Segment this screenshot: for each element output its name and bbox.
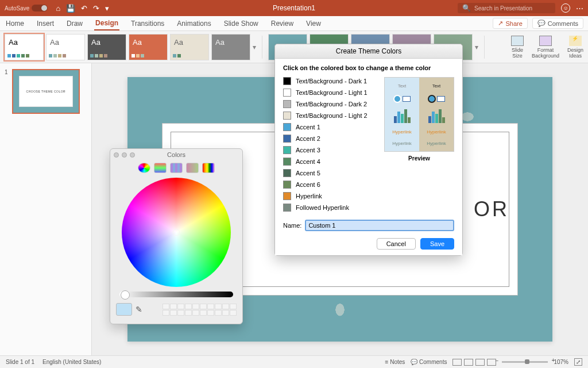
color-swatch[interactable] xyxy=(283,89,291,97)
brightness-slider[interactable] xyxy=(119,292,233,297)
color-label: Text/Background - Light 2 xyxy=(296,112,368,119)
search-input[interactable] xyxy=(474,5,551,12)
theme-color-row[interactable]: Followed Hyperlink xyxy=(283,204,377,212)
theme-color-list: Text/Background - Dark 1Text/Background … xyxy=(283,77,377,215)
sorter-view-icon[interactable] xyxy=(464,359,473,366)
fit-to-window-icon[interactable]: ⤢ xyxy=(574,358,582,366)
color-wheel-tab[interactable] xyxy=(138,163,150,173)
titlebar-more-icon[interactable]: ⋯ xyxy=(576,4,583,13)
color-swatch[interactable] xyxy=(283,204,291,212)
theme-color-row[interactable]: Accent 4 xyxy=(283,158,377,166)
slide-size-button[interactable]: Slide Size xyxy=(511,36,524,59)
color-swatch[interactable] xyxy=(283,192,291,200)
color-label: Text/Background - Light 1 xyxy=(296,89,368,96)
theme-thumb[interactable]: Aa xyxy=(46,34,85,60)
theme-thumb[interactable]: Aa xyxy=(129,34,168,60)
slide-number: 1 xyxy=(5,69,8,75)
color-wheel-cursor[interactable] xyxy=(173,229,180,236)
color-swatch[interactable] xyxy=(283,158,291,166)
color-label: Text/Background - Dark 2 xyxy=(296,101,367,108)
share-button[interactable]: ↗Share xyxy=(493,18,527,29)
tab-view[interactable]: View xyxy=(305,17,322,30)
tab-review[interactable]: Review xyxy=(270,17,295,30)
status-slide: Slide 1 of 1 xyxy=(6,359,34,365)
color-swatch[interactable] xyxy=(283,123,291,131)
home-icon[interactable]: ⌂ xyxy=(56,4,60,13)
save-icon[interactable]: 💾 xyxy=(66,4,75,13)
dialog-instruction: Click on the colored box to change a the… xyxy=(283,64,454,71)
redo-icon[interactable]: ↷ xyxy=(93,4,99,13)
title-bar: AutoSave ⌂ 💾 ↶ ↷ ▾ Presentation1 🔍 ☺ ⋯ xyxy=(0,0,588,16)
format-background-button[interactable]: Format Background xyxy=(532,36,559,59)
tab-home[interactable]: Home xyxy=(5,17,25,30)
zoom-value[interactable]: 107% xyxy=(554,359,568,365)
comments-button[interactable]: 💬 Comments xyxy=(411,359,447,365)
create-theme-colors-dialog: Create Theme Colors Click on the colored… xyxy=(274,44,463,256)
theme-color-row[interactable]: Text/Background - Dark 1 xyxy=(283,77,377,85)
eyedropper-icon[interactable]: ✎ xyxy=(136,305,142,314)
variants-more-icon[interactable]: ▾ xyxy=(475,43,478,51)
current-color-swatch[interactable] xyxy=(116,303,132,316)
theme-color-row[interactable]: Accent 3 xyxy=(283,146,377,154)
themes-more-icon[interactable]: ▾ xyxy=(253,43,256,51)
theme-color-row[interactable]: Text/Background - Light 1 xyxy=(283,89,377,97)
name-label: Name: xyxy=(283,222,301,229)
color-swatch[interactable] xyxy=(283,100,291,108)
color-swatch[interactable] xyxy=(283,146,291,154)
search-icon: 🔍 xyxy=(462,4,471,12)
tab-draw[interactable]: Draw xyxy=(65,17,84,30)
color-swatch-grid[interactable] xyxy=(163,304,237,316)
color-label: Accent 4 xyxy=(296,158,320,165)
color-label: Accent 3 xyxy=(296,147,320,154)
slide-thumbnail[interactable]: CHOOSE THEME COLOR xyxy=(12,69,80,114)
feedback-icon[interactable]: ☺ xyxy=(561,3,570,13)
search-box[interactable]: 🔍 xyxy=(458,3,555,13)
reading-view-icon[interactable] xyxy=(475,359,485,366)
color-swatch[interactable] xyxy=(283,169,291,177)
theme-thumb[interactable]: Aa xyxy=(170,34,209,60)
color-label: Accent 5 xyxy=(296,170,320,177)
slide-panel: 1 CHOOSE THEME COLOR xyxy=(0,63,92,355)
color-swatch[interactable] xyxy=(283,135,291,143)
qat-more-icon[interactable]: ▾ xyxy=(105,4,109,13)
color-sliders-tab[interactable] xyxy=(154,163,167,173)
zoom-slider[interactable] xyxy=(502,361,548,363)
theme-thumb[interactable]: Aa xyxy=(211,34,250,60)
color-palettes-tab[interactable] xyxy=(170,163,183,173)
color-swatch[interactable] xyxy=(283,181,291,189)
color-wheel[interactable] xyxy=(122,178,231,287)
theme-color-row[interactable]: Hyperlink xyxy=(283,192,377,200)
normal-view-icon[interactable] xyxy=(452,359,462,366)
theme-color-row[interactable]: Text/Background - Light 2 xyxy=(283,112,377,120)
autosave-toggle[interactable] xyxy=(32,5,48,12)
design-ideas-button[interactable]: ⚡Design Ideas xyxy=(567,36,583,59)
color-swatch[interactable] xyxy=(283,77,291,85)
undo-icon[interactable]: ↶ xyxy=(81,4,87,13)
color-swatch[interactable] xyxy=(283,112,291,120)
cancel-button[interactable]: Cancel xyxy=(377,238,416,250)
theme-thumb[interactable]: Aa xyxy=(5,34,44,60)
tab-animations[interactable]: Animations xyxy=(176,17,212,30)
colors-panel-title: Colors xyxy=(167,151,185,158)
color-label: Hyperlink xyxy=(296,193,322,200)
autosave[interactable]: AutoSave xyxy=(5,5,48,12)
tab-transitions[interactable]: Transitions xyxy=(130,17,165,30)
theme-color-row[interactable]: Accent 5 xyxy=(283,169,377,177)
theme-color-row[interactable]: Text/Background - Dark 2 xyxy=(283,100,377,108)
theme-color-row[interactable]: Accent 1 xyxy=(283,123,377,131)
tab-insert[interactable]: Insert xyxy=(36,17,55,30)
theme-name-input[interactable] xyxy=(305,220,454,231)
image-palettes-tab[interactable] xyxy=(186,163,199,173)
save-button[interactable]: Save xyxy=(420,238,454,250)
theme-color-row[interactable]: Accent 6 xyxy=(283,181,377,189)
theme-color-row[interactable]: Accent 2 xyxy=(283,135,377,143)
comments-button[interactable]: 💬Comments xyxy=(532,18,583,29)
window-controls[interactable] xyxy=(114,152,135,158)
pencils-tab[interactable] xyxy=(202,163,215,173)
theme-thumb[interactable]: Aa xyxy=(87,34,126,60)
color-label: Accent 6 xyxy=(296,181,320,188)
notes-button[interactable]: ≡ Notes xyxy=(385,359,405,365)
tab-design[interactable]: Design xyxy=(94,17,119,30)
status-language[interactable]: English (United States) xyxy=(42,359,101,365)
tab-slideshow[interactable]: Slide Show xyxy=(223,17,260,30)
